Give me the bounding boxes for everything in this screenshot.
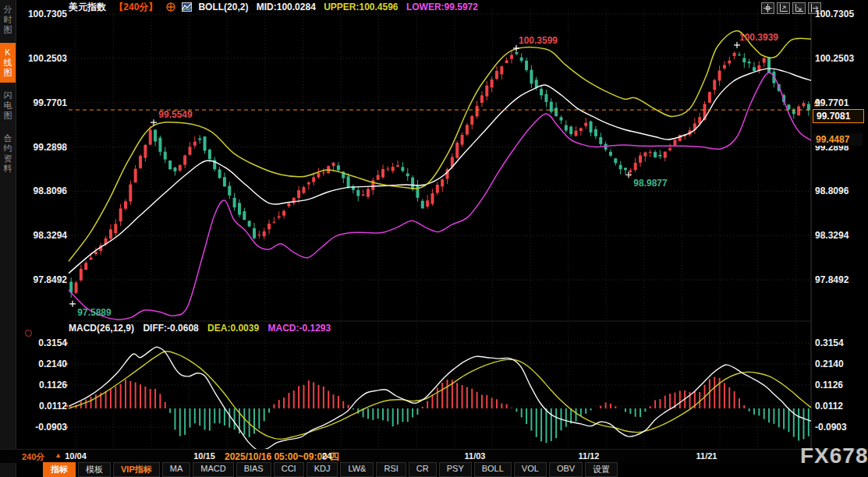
symbol-title: 美元指数 bbox=[69, 2, 106, 12]
chart-tool-buttons bbox=[761, 2, 821, 14]
crosshair-icon[interactable] bbox=[761, 2, 774, 14]
toolbar-item-BOLL[interactable]: BOLL bbox=[474, 462, 512, 477]
gridlines bbox=[65, 9, 811, 448]
svg-text:99.5549: 99.5549 bbox=[158, 109, 193, 120]
toolbar-item-MA[interactable]: MA bbox=[162, 462, 191, 477]
toolbar-item-RSI[interactable]: RSI bbox=[376, 462, 406, 477]
axis-label: 98.8096 bbox=[17, 186, 67, 196]
price-annotation: 98.9877 bbox=[625, 171, 668, 189]
macd-histogram bbox=[71, 377, 809, 443]
interval-arrow-icon[interactable]: ▲ bbox=[55, 451, 62, 459]
sidebar-tab-分时图[interactable]: 分时图 bbox=[0, 0, 16, 40]
axis-label: 0.3154 bbox=[815, 337, 865, 348]
toolbar-item-VIP指标[interactable]: VIP指标 bbox=[113, 462, 160, 477]
toolbar-item-CR[interactable]: CR bbox=[409, 462, 437, 477]
boll-lower-value: LOWER:99.5972 bbox=[406, 2, 478, 12]
time-axis: 240分 ▲ 2025/10/16 05:00~09:00 四 10/0410/… bbox=[0, 449, 868, 463]
boll-mid-value: MID:100.0284 bbox=[257, 2, 316, 12]
svg-text:98.9877: 98.9877 bbox=[633, 178, 668, 189]
axis-label: 0.0112 bbox=[17, 401, 67, 412]
axis-label: 100.2503 bbox=[17, 53, 67, 64]
axis-label: 100.7305 bbox=[17, 9, 67, 19]
axis-label: 99.2898 bbox=[17, 142, 67, 153]
axis-label: -0.0903 bbox=[815, 422, 865, 433]
axis-label: 100.2503 bbox=[815, 53, 865, 64]
toolbar-item-KDJ[interactable]: KDJ bbox=[306, 462, 338, 477]
toolbar-item-设置[interactable]: 设置 bbox=[585, 462, 618, 477]
target-icon[interactable] bbox=[166, 2, 178, 12]
axis-label: 97.8492 bbox=[815, 274, 865, 285]
macd-header: MACD(26,12,9) DIFF:-0.0608 DEA:0.0039 MA… bbox=[69, 323, 337, 334]
axis-label: 98.8096 bbox=[815, 186, 865, 196]
toolbar-item-OBV[interactable]: OBV bbox=[549, 462, 583, 477]
axis-label: 0.1126 bbox=[17, 380, 67, 390]
chart-header: 美元指数 【240分】 BOLL(20,2) MID:100.0284 UPPE… bbox=[69, 1, 484, 12]
axis-label: 97.8492 bbox=[17, 274, 67, 285]
date-label: 11/21 bbox=[696, 451, 717, 461]
date-label: 10/15 bbox=[193, 451, 215, 461]
svg-text:100.3599: 100.3599 bbox=[519, 35, 558, 46]
toolbar-item-PSY[interactable]: PSY bbox=[439, 462, 472, 477]
axis-label: 99.7701 bbox=[17, 97, 67, 108]
date-label: 10/04 bbox=[65, 451, 87, 461]
indicator-dot-icon[interactable] bbox=[25, 330, 32, 337]
axis-label: -0.0903 bbox=[17, 422, 67, 433]
axis-zoom-in-icon[interactable] bbox=[777, 2, 790, 14]
axis-label: 98.3294 bbox=[17, 230, 67, 241]
toolbar-item-模板[interactable]: 模板 bbox=[78, 462, 111, 477]
date-label: 11/03 bbox=[465, 451, 486, 461]
axis-label: 0.2140 bbox=[815, 359, 865, 369]
current-price-box: 99.7081 bbox=[813, 109, 864, 123]
sidebar: 分时图K线图闪电图合约资料 bbox=[0, 0, 16, 477]
boll-upper-value: UPPER:100.4596 bbox=[324, 2, 398, 12]
svg-text:100.3939: 100.3939 bbox=[739, 32, 778, 43]
indicator-toolbar: 指标模板VIP指标MAMACDBIASCCIKDJLW&RSICRPSYBOLL… bbox=[43, 462, 618, 477]
toolbar-item-LW&[interactable]: LW& bbox=[340, 462, 374, 477]
toolbar-item-指标[interactable]: 指标 bbox=[43, 462, 76, 477]
macd-dea-value: DEA:0.0039 bbox=[207, 323, 259, 334]
macd-name: MACD(26,12,9) bbox=[69, 323, 134, 334]
date-label: 24 bbox=[322, 451, 331, 461]
secondary-price-badge: 99.4487 bbox=[813, 133, 863, 146]
axis-label: 98.3294 bbox=[815, 230, 865, 241]
axis-zoom-out-icon[interactable] bbox=[792, 2, 806, 14]
axis-label: 100.7305 bbox=[815, 9, 865, 19]
toolbar-item-MACD[interactable]: MACD bbox=[193, 462, 233, 477]
sidebar-tab-K线图[interactable]: K线图 bbox=[0, 43, 16, 83]
candlestick-chart[interactable]: 99.5549100.3599100.393998.987797.5889 bbox=[0, 0, 868, 477]
interval-badge[interactable]: 240分 bbox=[22, 451, 44, 463]
interval-tag[interactable]: 【240分】 bbox=[114, 2, 158, 12]
price-annotation: 100.3939 bbox=[734, 32, 778, 48]
axis-label: 99.7701 bbox=[815, 97, 865, 108]
boll-label: BOLL(20,2) bbox=[198, 2, 248, 12]
watermark: FX678 bbox=[800, 443, 868, 468]
axis-label: 0.3154 bbox=[17, 337, 67, 348]
macd-diff-value: DIFF:-0.0608 bbox=[143, 323, 198, 334]
boll-upper-line bbox=[69, 30, 811, 261]
axis-label: 0.0112 bbox=[815, 401, 865, 412]
toolbar-item-BIAS[interactable]: BIAS bbox=[236, 462, 271, 477]
chart-thumbnail-icon[interactable] bbox=[182, 2, 194, 12]
sidebar-tab-合约资料[interactable]: 合约资料 bbox=[0, 129, 16, 178]
price-annotation: 100.3599 bbox=[513, 35, 558, 51]
candles bbox=[69, 51, 810, 299]
axis-label: 0.1126 bbox=[815, 380, 865, 390]
svg-text:97.5889: 97.5889 bbox=[77, 307, 112, 318]
toolbar-item-CCI[interactable]: CCI bbox=[274, 462, 304, 477]
date-label: 11/12 bbox=[579, 451, 600, 461]
sidebar-tab-闪电图[interactable]: 闪电图 bbox=[0, 86, 16, 125]
macd-macd-value: MACD:-0.1293 bbox=[267, 323, 331, 334]
toolbar-item-VOL[interactable]: VOL bbox=[514, 462, 547, 477]
axis-label: 0.2140 bbox=[17, 359, 67, 369]
